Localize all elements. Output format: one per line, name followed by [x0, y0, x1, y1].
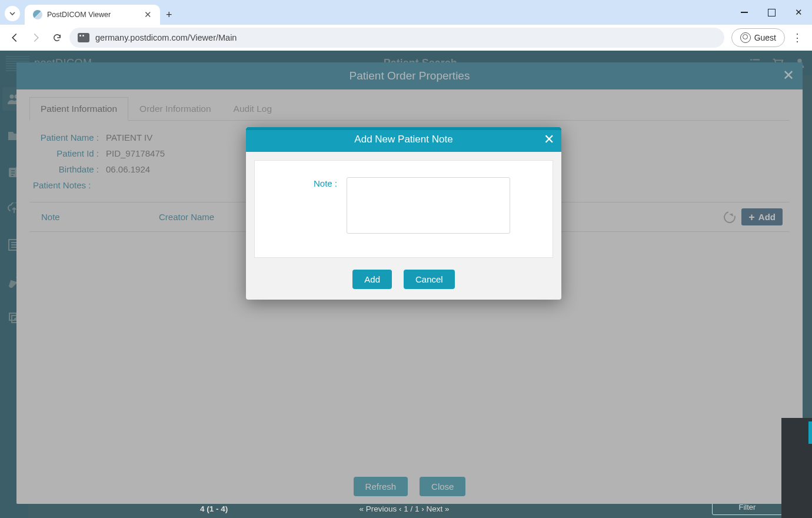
new-tab-button[interactable]: +: [166, 9, 172, 21]
person-icon: [740, 32, 751, 43]
nav-forward-button[interactable]: [27, 29, 45, 47]
note-dialog-close-button[interactable]: ✕: [544, 132, 554, 147]
browser-menu-button[interactable]: ⋮: [788, 31, 806, 44]
address-input[interactable]: germany.postdicom.com/Viewer/Main: [69, 28, 724, 48]
tab-close-button[interactable]: ✕: [144, 9, 152, 20]
window-minimize-button[interactable]: [731, 0, 758, 25]
nav-back-button[interactable]: [6, 29, 24, 47]
window-titlebar: PostDICOM Viewer ✕ +: [0, 0, 812, 25]
guest-label: Guest: [754, 33, 776, 42]
tab-title: PostDICOM Viewer: [47, 11, 139, 19]
add-patient-note-dialog: Add New Patient Note ✕ Note : Add Cancel: [246, 127, 561, 300]
side-panel-peek: [781, 418, 812, 518]
window-close-button[interactable]: [785, 0, 812, 25]
note-field-label: Note :: [267, 177, 337, 234]
filter-button: Filter: [712, 502, 783, 515]
url-text: germany.postdicom.com/Viewer/Main: [95, 33, 237, 42]
results-count: 4 (1 - 4): [200, 504, 228, 513]
app-viewport: postDICOM Patient Search: [0, 51, 812, 518]
results-pager: « Previous ‹ 1 / 1 › Next »: [359, 504, 449, 513]
note-add-button[interactable]: Add: [352, 270, 392, 289]
note-dialog-title: Add New Patient Note: [354, 134, 452, 145]
profile-guest-button[interactable]: Guest: [731, 28, 785, 47]
note-dialog-header: Add New Patient Note ✕: [246, 127, 561, 152]
tab-dropdown-button[interactable]: [5, 6, 20, 21]
browser-tab[interactable]: PostDICOM Viewer ✕: [25, 5, 160, 25]
window-maximize-button[interactable]: [758, 0, 785, 25]
site-settings-icon[interactable]: [78, 33, 89, 42]
note-textarea[interactable]: [347, 177, 510, 234]
note-cancel-button[interactable]: Cancel: [404, 270, 455, 289]
address-bar: germany.postdicom.com/Viewer/Main Guest …: [0, 25, 812, 51]
favicon-icon: [33, 10, 42, 19]
nav-reload-button[interactable]: [48, 29, 66, 47]
